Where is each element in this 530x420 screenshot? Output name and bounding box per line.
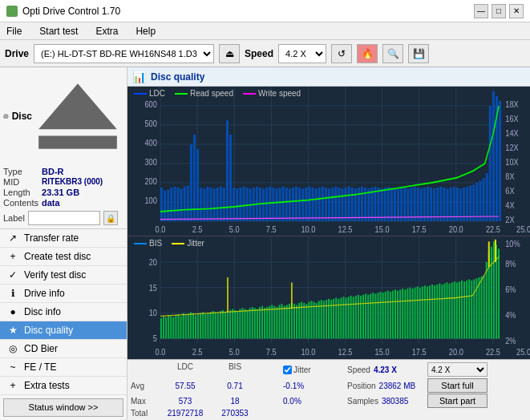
svg-rect-278 (382, 293, 384, 338)
sidebar-item-disc-info[interactable]: ● Disc info (0, 303, 127, 321)
sidebar-item-transfer-rate[interactable]: ↗ Transfer rate (0, 229, 127, 248)
svg-rect-243 (296, 305, 297, 338)
svg-rect-85 (279, 188, 281, 221)
nav-label-disc-info: Disc info (24, 306, 61, 317)
minimize-button[interactable]: — (474, 4, 488, 18)
burn-button[interactable]: 🔥 (357, 44, 378, 63)
label-icon-button[interactable]: 🔒 (103, 211, 118, 225)
svg-rect-119 (390, 188, 393, 221)
svg-text:22.5: 22.5 (486, 225, 500, 235)
svg-rect-242 (293, 304, 295, 338)
svg-text:12X: 12X (505, 143, 519, 153)
svg-rect-204 (200, 313, 201, 339)
sidebar-item-disc-quality[interactable]: ★ Disc quality (0, 321, 127, 340)
svg-text:2%: 2% (505, 336, 516, 345)
sidebar-item-create-test-disc[interactable]: + Create test disc (0, 248, 127, 266)
sidebar-item-extra-tests[interactable]: + Extra tests (0, 377, 127, 395)
svg-rect-131 (430, 188, 432, 221)
svg-rect-223 (247, 310, 249, 339)
scan-button[interactable]: 🔍 (382, 44, 403, 63)
legend-jitter: Jitter (172, 239, 204, 248)
svg-rect-123 (403, 188, 406, 221)
close-button[interactable]: ✕ (509, 4, 524, 18)
svg-rect-322 (491, 247, 492, 339)
svg-rect-309 (459, 281, 460, 338)
speed-display: Speed 4.23 X (347, 362, 427, 377)
svg-text:6%: 6% (505, 285, 516, 294)
svg-rect-238 (284, 306, 285, 339)
eject-button[interactable]: ⏏ (219, 44, 240, 63)
svg-rect-90 (295, 187, 297, 221)
stats-header-ldc: LDC (160, 362, 211, 377)
toolbar: Drive (E:) HL-DT-ST BD-RE WH16NS48 1.D3 … (0, 40, 530, 67)
svg-text:7.5: 7.5 (266, 225, 277, 235)
svg-rect-217 (232, 309, 233, 339)
jitter-checkbox[interactable] (283, 365, 292, 374)
svg-rect-192 (170, 316, 172, 338)
svg-text:16X: 16X (505, 115, 519, 124)
drive-select[interactable]: (E:) HL-DT-ST BD-RE WH16NS48 1.D3 (34, 44, 214, 63)
speed-stat-label: Speed (347, 365, 370, 374)
nav-label-extra-tests: Extra tests (24, 380, 70, 391)
speed-select[interactable]: 4.2 X (278, 44, 326, 63)
svg-rect-259 (335, 298, 337, 339)
svg-rect-4 (38, 135, 117, 148)
menu-extra[interactable]: Extra (92, 24, 121, 38)
bottom-stats: LDC BIS Jitter Speed 4.23 X 4.2 X Avg 57 (127, 359, 530, 420)
svg-rect-220 (239, 309, 241, 339)
sidebar-item-cd-bier[interactable]: ◎ CD Bier (0, 340, 127, 358)
cd-bier-icon: ◎ (6, 342, 19, 355)
svg-rect-75 (246, 188, 249, 221)
status-window-button[interactable]: Status window >> (3, 398, 123, 417)
svg-rect-283 (394, 289, 396, 338)
maximize-button[interactable]: □ (492, 4, 506, 18)
speed-stat-select[interactable]: 4.2 X (427, 362, 488, 377)
svg-rect-286 (402, 289, 403, 338)
label-input[interactable] (28, 211, 100, 225)
jitter-legend-line (172, 243, 184, 244)
svg-rect-319 (483, 275, 485, 338)
svg-rect-214 (225, 312, 226, 338)
sidebar-item-fe-te[interactable]: ~ FE / TE (0, 358, 127, 377)
save-button[interactable]: 💾 (408, 44, 429, 63)
svg-rect-81 (265, 188, 268, 221)
menu-starttest[interactable]: Start test (36, 24, 81, 38)
refresh-button[interactable]: ↺ (331, 44, 352, 63)
svg-rect-287 (404, 289, 406, 338)
verify-test-icon: ✓ (6, 269, 19, 281)
disc-header: Disc (3, 71, 123, 162)
svg-rect-117 (384, 188, 386, 221)
total-bis: 270353 (211, 409, 259, 418)
svg-rect-269 (360, 296, 362, 339)
main-area: Disc Type BD-R MID RITEKBR3 (000) Length… (0, 67, 530, 420)
max-jitter: 0.0% (283, 397, 347, 406)
content-area: 📊 Disc quality LDC Read speed (127, 67, 530, 420)
svg-rect-299 (434, 285, 435, 338)
menu-file[interactable]: File (3, 24, 25, 38)
sidebar-item-drive-info[interactable]: ℹ Drive info (0, 285, 127, 303)
start-full-button[interactable]: Start full (427, 378, 488, 393)
disc-panel: Disc Type BD-R MID RITEKBR3 (000) Length… (0, 67, 127, 229)
jitter-checkbox-group[interactable]: Jitter (283, 362, 347, 377)
menu-help[interactable]: Help (132, 24, 159, 38)
disc-eject-icon[interactable] (32, 71, 123, 162)
legend-bis: BIS (134, 239, 162, 248)
svg-rect-55 (180, 188, 183, 221)
legend-ldc: LDC (134, 89, 165, 98)
svg-rect-281 (390, 292, 391, 339)
svg-text:100: 100 (145, 196, 158, 206)
svg-rect-118 (387, 187, 390, 221)
svg-rect-193 (172, 317, 174, 339)
svg-rect-130 (427, 187, 429, 221)
svg-rect-311 (463, 281, 465, 338)
legend-readspeed: Read speed (175, 89, 233, 98)
start-part-button[interactable]: Start part (427, 394, 488, 408)
svg-rect-300 (436, 285, 438, 339)
avg-bis: 0.71 (211, 382, 259, 390)
disc-panel-title: Disc (12, 111, 32, 122)
jitter-label: Jitter (293, 365, 311, 374)
samples-display: Samples 380385 (347, 397, 427, 406)
svg-rect-91 (298, 188, 301, 221)
sidebar-item-verify-test-disc[interactable]: ✓ Verify test disc (0, 266, 127, 285)
svg-rect-195 (177, 314, 179, 339)
